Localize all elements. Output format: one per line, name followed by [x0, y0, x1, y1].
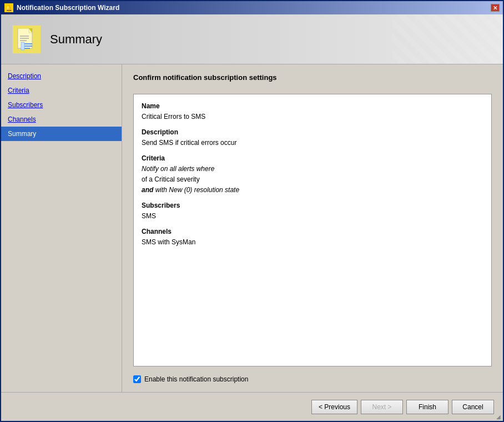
title-bar-left: 🔔 Notification Subscription Wizard	[4, 3, 119, 12]
close-button[interactable]: ✕	[491, 4, 500, 12]
wizard-header: Summary	[1, 14, 503, 64]
wizard-window: 🔔 Notification Subscription Wizard ✕ Sum…	[0, 0, 504, 422]
subscribers-label: Subscribers	[142, 200, 483, 210]
window-icon: 🔔	[4, 3, 13, 12]
description-value: Send SMS if critical errors occur	[142, 138, 483, 148]
cancel-button[interactable]: Cancel	[452, 400, 494, 414]
wizard-footer: < Previous Next > Finish Cancel	[1, 392, 503, 421]
criteria-line2: of a Critical severity	[142, 174, 483, 184]
header-icon	[12, 25, 41, 54]
sidebar-item-subscribers[interactable]: Subscribers	[1, 98, 122, 112]
description-label: Description	[142, 127, 483, 137]
resize-grip[interactable]: ◢	[495, 413, 502, 420]
criteria-line3: and with New (0) resolution state	[142, 185, 483, 195]
main-content: Confirm notification subscription settin…	[122, 64, 503, 392]
svg-rect-9	[21, 42, 24, 50]
sidebar-item-description[interactable]: Description	[1, 69, 122, 83]
section-title: Confirm notification subscription settin…	[133, 73, 492, 82]
channels-label: Channels	[142, 227, 483, 237]
name-value: Critical Errors to SMS	[142, 112, 483, 122]
next-button[interactable]: Next >	[361, 400, 403, 414]
sidebar: Description Criteria Subscribers Channel…	[1, 64, 122, 392]
window-title: Notification Subscription Wizard	[17, 4, 119, 12]
sidebar-item-channels[interactable]: Channels	[1, 112, 122, 127]
wizard-header-title: Summary	[50, 32, 102, 47]
enable-subscription-row: Enable this notification subscription	[133, 375, 492, 383]
criteria-line3-em: and with New (0) resolution state	[142, 186, 239, 194]
sidebar-item-summary[interactable]: Summary	[1, 127, 122, 141]
enable-subscription-checkbox[interactable]	[133, 375, 141, 383]
previous-button[interactable]: < Previous	[311, 400, 357, 414]
summary-box: Name Critical Errors to SMS Description …	[133, 94, 492, 366]
finish-button[interactable]: Finish	[406, 400, 448, 414]
sidebar-item-criteria[interactable]: Criteria	[1, 83, 122, 98]
channels-value: SMS with SysMan	[142, 237, 483, 247]
subscribers-value: SMS	[142, 211, 483, 221]
name-label: Name	[142, 101, 483, 111]
title-bar: 🔔 Notification Subscription Wizard ✕	[1, 1, 503, 14]
criteria-label: Criteria	[142, 153, 483, 163]
enable-subscription-label: Enable this notification subscription	[144, 375, 248, 383]
criteria-line1: Notify on all alerts where	[142, 164, 483, 174]
wizard-body: Description Criteria Subscribers Channel…	[1, 64, 503, 392]
